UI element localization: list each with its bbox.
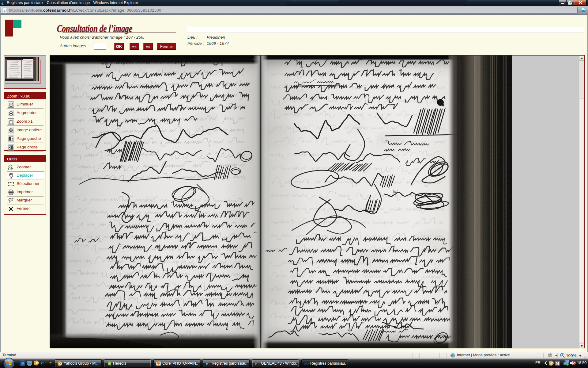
svg-text:e: e [2,1,4,6]
svg-text:7: 7 [11,177,12,179]
svg-text:1: 1 [10,121,12,124]
svg-text:100%: 100% [566,353,577,358]
svg-text:M: M [556,361,559,366]
svg-text:e: e [3,8,5,13]
svg-text:e: e [41,360,44,366]
svg-text:88: 88 [393,189,398,194]
svg-text:e: e [206,361,208,366]
svg-text:e: e [304,361,307,366]
svg-text:e: e [255,361,257,366]
